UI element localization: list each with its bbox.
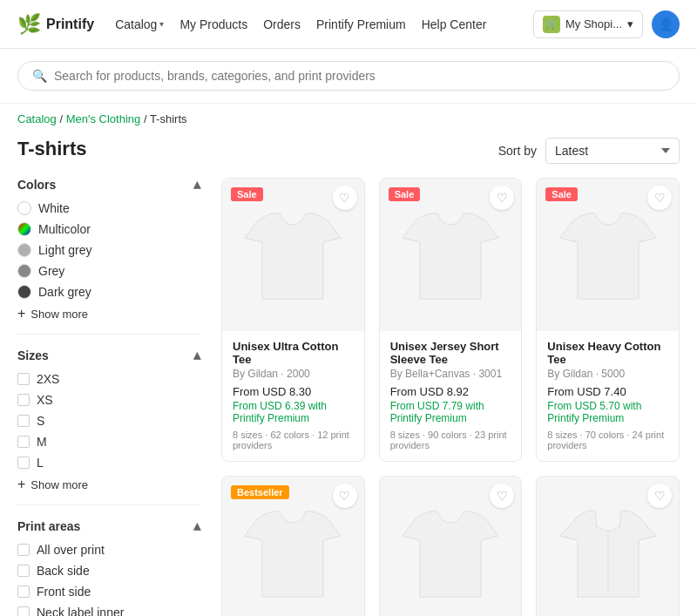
header: 🌿 Printify Catalog ▾ My Products Orders …	[0, 0, 697, 49]
breadcrumb-sep2: /	[144, 112, 150, 125]
size-s[interactable]: S	[17, 414, 200, 428]
nav-help[interactable]: Help Center	[422, 17, 487, 31]
print-area-front-side-checkbox[interactable]	[17, 586, 30, 598]
size-l-checkbox[interactable]	[17, 457, 30, 469]
print-areas-toggle-icon: ▴	[193, 518, 200, 534]
shop-name: My Shopi...	[565, 17, 622, 30]
color-label-light-grey: Light grey	[38, 243, 91, 257]
print-area-front-side[interactable]: Front side	[17, 585, 200, 599]
size-xs-label: XS	[37, 393, 53, 407]
product-card-5[interactable]: ♡ Unisex Classic Crewneck T-Shirt By Ame…	[379, 476, 523, 616]
product-2-meta: 8 sizes · 90 colors · 23 print providers	[390, 430, 511, 450]
product-4-heart-button[interactable]: ♡	[333, 484, 357, 508]
sort-select[interactable]: Latest Price: Low to High Price: High to…	[545, 138, 680, 164]
product-2-price: From USD 8.92	[390, 385, 511, 398]
product-2-info: Unisex Jersey Short Sleeve Tee By Bella+…	[380, 331, 522, 461]
print-area-front-side-label: Front side	[37, 585, 91, 599]
product-2-badge: Sale	[389, 187, 421, 201]
colors-show-more[interactable]: + Show more	[17, 306, 200, 322]
color-dot-light-grey	[17, 243, 31, 257]
size-l[interactable]: L	[17, 456, 200, 470]
logo-icon: 🌿	[17, 13, 41, 36]
product-3-heart-button[interactable]: ♡	[647, 186, 672, 210]
product-card-6[interactable]: ♡ Men's Hawaiian Shirt (AOP) By Generic …	[536, 476, 680, 616]
product-1-brand: By Gildan · 2000	[233, 368, 354, 380]
nav-my-products[interactable]: My Products	[179, 17, 247, 31]
color-dark-grey[interactable]: Dark grey	[17, 285, 200, 299]
color-dot-dark-grey	[17, 285, 31, 299]
search-icon: 🔍	[32, 69, 47, 83]
size-xs-checkbox[interactable]	[17, 394, 30, 406]
breadcrumb: Catalog / Men's Clothing / T-shirts	[0, 104, 697, 131]
colors-filter-header[interactable]: Colors ▴	[17, 176, 200, 193]
product-3-info: Unisex Heavy Cotton Tee By Gildan · 5000…	[537, 331, 679, 461]
breadcrumb-mens-clothing[interactable]: Men's Clothing	[66, 112, 141, 125]
product-1-heart-button[interactable]: ♡	[333, 186, 357, 210]
catalog-chevron-icon: ▾	[159, 19, 164, 29]
product-grid: Sale ♡ Unisex Ultra Cotton Tee By Gildan…	[221, 178, 680, 616]
print-area-all-over[interactable]: All over print	[17, 543, 200, 557]
print-area-all-over-checkbox[interactable]	[17, 544, 30, 556]
color-grey[interactable]: Grey	[17, 264, 200, 278]
product-1-badge: Sale	[231, 187, 263, 201]
product-img-4: Bestseller ♡	[222, 477, 364, 616]
product-6-heart-button[interactable]: ♡	[647, 484, 672, 508]
color-white[interactable]: White	[17, 201, 200, 215]
color-label-grey: Grey	[38, 264, 64, 278]
product-card-1[interactable]: Sale ♡ Unisex Ultra Cotton Tee By Gildan…	[221, 178, 365, 462]
product-5-heart-button[interactable]: ♡	[490, 484, 514, 508]
product-card-4[interactable]: Bestseller ♡ Men's Short Sleeve Tee By D…	[221, 476, 365, 616]
sizes-toggle-icon: ▴	[193, 347, 200, 363]
product-1-meta: 8 sizes · 62 colors · 12 print providers	[233, 430, 354, 450]
print-area-neck-inner-checkbox[interactable]	[17, 606, 30, 616]
logo[interactable]: 🌿 Printify	[17, 13, 94, 36]
print-area-back-side-checkbox[interactable]	[17, 565, 30, 577]
logo-text: Printify	[46, 17, 94, 32]
avatar[interactable]: 👤	[652, 10, 680, 38]
shop-icon: 🛒	[543, 16, 560, 33]
color-multicolor[interactable]: Multicolor	[17, 222, 200, 236]
breadcrumb-catalog[interactable]: Catalog	[17, 112, 57, 125]
sizes-filter-section: Sizes ▴ 2XS XS S M L	[17, 347, 200, 505]
size-m[interactable]: M	[17, 435, 200, 449]
color-label-multicolor: Multicolor	[38, 222, 91, 236]
product-3-name: Unisex Heavy Cotton Tee	[547, 340, 668, 366]
product-card-3[interactable]: Sale ♡ Unisex Heavy Cotton Tee By Gildan…	[536, 178, 680, 462]
product-2-premium-price: From USD 7.79 with Printify Premium	[390, 400, 511, 424]
print-areas-filter-section: Print areas ▴ All over print Back side F…	[17, 518, 200, 616]
search-bar: 🔍	[0, 49, 697, 104]
breadcrumb-sep1: /	[59, 112, 65, 125]
search-input[interactable]	[54, 69, 665, 83]
size-2xs-label: 2XS	[37, 372, 59, 386]
color-dot-white	[17, 201, 31, 215]
main-content: T-shirts Colors ▴ White Multicolor Light…	[0, 131, 697, 616]
search-input-wrap: 🔍	[17, 61, 680, 91]
product-3-brand: By Gildan · 5000	[547, 368, 668, 380]
product-img-6: ♡	[537, 477, 679, 616]
product-2-heart-button[interactable]: ♡	[490, 186, 514, 210]
colors-toggle-icon: ▴	[193, 176, 200, 193]
main-nav: Catalog ▾ My Products Orders Printify Pr…	[115, 17, 512, 31]
nav-orders[interactable]: Orders	[263, 17, 301, 31]
nav-premium[interactable]: Printify Premium	[316, 17, 406, 31]
size-s-checkbox[interactable]	[17, 415, 30, 427]
nav-catalog[interactable]: Catalog ▾	[115, 17, 164, 31]
product-img-5: ♡	[380, 477, 522, 616]
sort-label: Sort by	[498, 144, 537, 158]
size-m-checkbox[interactable]	[17, 436, 30, 448]
size-2xs-checkbox[interactable]	[17, 373, 30, 385]
sizes-filter-header[interactable]: Sizes ▴	[17, 347, 200, 363]
print-areas-filter-header[interactable]: Print areas ▴	[17, 518, 200, 534]
print-area-neck-inner[interactable]: Neck label inner	[17, 606, 200, 616]
size-2xs[interactable]: 2XS	[17, 372, 200, 386]
sizes-show-more-icon: +	[17, 477, 25, 492]
product-4-badge: Bestseller	[231, 485, 289, 499]
product-img-2: Sale ♡	[380, 179, 522, 331]
size-xs[interactable]: XS	[17, 393, 200, 407]
product-card-2[interactable]: Sale ♡ Unisex Jersey Short Sleeve Tee By…	[379, 178, 523, 462]
colors-label: Colors	[17, 178, 56, 192]
sizes-show-more[interactable]: + Show more	[17, 477, 200, 492]
shop-selector[interactable]: 🛒 My Shopi... ▾	[533, 10, 643, 38]
print-area-back-side[interactable]: Back side	[17, 564, 200, 578]
color-light-grey[interactable]: Light grey	[17, 243, 200, 257]
